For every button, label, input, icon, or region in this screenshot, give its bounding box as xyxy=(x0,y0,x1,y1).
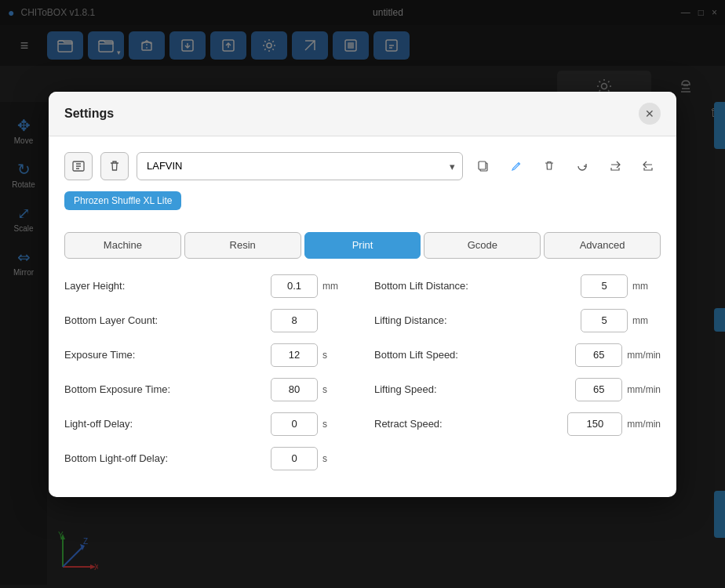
print-settings-grid: Layer Height: mm Bottom Layer Count: xyxy=(64,274,661,481)
bottom-lift-distance-input[interactable] xyxy=(581,274,628,298)
profile-copy-button[interactable] xyxy=(471,154,496,179)
layer-height-input[interactable] xyxy=(271,274,318,298)
setting-row-bottom-light-off-delay: Bottom Light-off Delay: s xyxy=(64,447,351,470)
light-off-delay-input[interactable] xyxy=(271,412,318,436)
bottom-layer-count-input-group xyxy=(271,309,351,332)
setting-row-bottom-layer-count: Bottom Layer Count: xyxy=(64,309,351,332)
modal-title: Settings xyxy=(64,107,114,121)
bottom-exposure-time-input[interactable] xyxy=(271,378,318,401)
tab-print[interactable]: Print xyxy=(304,232,421,259)
exposure-time-input[interactable] xyxy=(271,343,318,367)
bottom-lift-speed-unit: mm/min xyxy=(627,350,661,361)
setting-row-bottom-lift-speed: Bottom Lift Speed: mm/min xyxy=(374,343,661,367)
setting-row-bottom-lift-distance: Bottom Lift Distance: mm xyxy=(374,274,661,298)
bottom-light-off-delay-input-group: s xyxy=(271,447,351,470)
modal-overlay: Settings ✕ LAFVIN Default Custom xyxy=(0,0,725,588)
profile-tag: Phrozen Shuffle XL Lite xyxy=(64,191,181,210)
setting-row-retract-speed: Retract Speed: mm/min xyxy=(374,412,661,436)
tab-machine[interactable]: Machine xyxy=(64,232,181,259)
settings-modal: Settings ✕ LAFVIN Default Custom xyxy=(49,92,676,497)
layer-height-unit: mm xyxy=(322,281,351,292)
bottom-light-off-delay-input[interactable] xyxy=(271,447,318,470)
lifting-speed-input-group: mm/min xyxy=(575,378,661,401)
retract-speed-label: Retract Speed: xyxy=(374,418,443,430)
profile-import-button[interactable] xyxy=(603,154,628,179)
bottom-lift-distance-unit: mm xyxy=(632,281,661,292)
exposure-time-input-group: s xyxy=(271,343,351,367)
bottom-exposure-time-unit: s xyxy=(322,384,351,395)
bottom-exposure-time-label: Bottom Exposure Time: xyxy=(64,383,170,395)
profile-select[interactable]: LAFVIN Default Custom xyxy=(137,152,463,180)
lifting-distance-label: Lifting Distance: xyxy=(374,314,447,326)
lifting-speed-unit: mm/min xyxy=(627,384,661,395)
bottom-layer-count-input[interactable] xyxy=(271,309,318,332)
light-off-delay-unit: s xyxy=(322,419,351,430)
modal-header: Settings ✕ xyxy=(49,92,676,136)
bottom-light-off-delay-unit: s xyxy=(322,453,351,464)
tab-gcode[interactable]: Gcode xyxy=(424,232,541,259)
layer-height-label: Layer Height: xyxy=(64,280,125,292)
svg-rect-21 xyxy=(479,162,486,169)
profile-row: LAFVIN Default Custom ▾ xyxy=(64,152,661,180)
profile-tag-wrapper: Phrozen Shuffle XL Lite xyxy=(64,191,661,221)
profile-delete-button[interactable] xyxy=(100,152,129,180)
profile-select-wrapper: LAFVIN Default Custom ▾ xyxy=(137,152,463,180)
light-off-delay-input-group: s xyxy=(271,412,351,436)
profile-refresh-button[interactable] xyxy=(570,154,595,179)
bottom-layer-count-label: Bottom Layer Count: xyxy=(64,314,158,326)
lifting-distance-unit: mm xyxy=(632,315,661,326)
setting-row-light-off-delay: Light-off Delay: s xyxy=(64,412,351,436)
profile-export-button[interactable] xyxy=(636,154,661,179)
bottom-lift-speed-label: Bottom Lift Speed: xyxy=(374,349,458,361)
profile-trash-button[interactable] xyxy=(537,154,562,179)
modal-close-button[interactable]: ✕ xyxy=(639,103,661,125)
retract-speed-input[interactable] xyxy=(567,412,622,436)
settings-tabs: Machine Resin Print Gcode Advanced xyxy=(64,232,661,259)
lifting-speed-input[interactable] xyxy=(575,378,622,401)
light-off-delay-label: Light-off Delay: xyxy=(64,418,133,430)
lifting-distance-input[interactable] xyxy=(581,309,628,332)
exposure-time-unit: s xyxy=(322,350,351,361)
lifting-distance-input-group: mm xyxy=(581,309,661,332)
profile-new-button[interactable] xyxy=(64,152,93,180)
tab-advanced[interactable]: Advanced xyxy=(544,232,661,259)
bottom-exposure-time-input-group: s xyxy=(271,378,351,401)
retract-speed-unit: mm/min xyxy=(627,419,661,430)
layer-height-input-group: mm xyxy=(271,274,351,298)
settings-left-column: Layer Height: mm Bottom Layer Count: xyxy=(64,274,351,481)
retract-speed-input-group: mm/min xyxy=(567,412,661,436)
setting-row-exposure-time: Exposure Time: s xyxy=(64,343,351,367)
bottom-lift-speed-input-group: mm/min xyxy=(575,343,661,367)
setting-row-layer-height: Layer Height: mm xyxy=(64,274,351,298)
modal-body: LAFVIN Default Custom ▾ xyxy=(49,136,676,497)
settings-right-column: Bottom Lift Distance: mm Lifting Distanc… xyxy=(374,274,661,481)
setting-row-lifting-speed: Lifting Speed: mm/min xyxy=(374,378,661,401)
exposure-time-label: Exposure Time: xyxy=(64,349,135,361)
bottom-lift-speed-input[interactable] xyxy=(575,343,622,367)
bottom-lift-distance-input-group: mm xyxy=(581,274,661,298)
close-icon: ✕ xyxy=(645,107,654,120)
setting-row-bottom-exposure-time: Bottom Exposure Time: s xyxy=(64,378,351,401)
bottom-lift-distance-label: Bottom Lift Distance: xyxy=(374,280,468,292)
lifting-speed-label: Lifting Speed: xyxy=(374,383,437,395)
profile-edit-button[interactable] xyxy=(504,154,529,179)
tab-resin[interactable]: Resin xyxy=(184,232,301,259)
bottom-light-off-delay-label: Bottom Light-off Delay: xyxy=(64,452,168,464)
setting-row-lifting-distance: Lifting Distance: mm xyxy=(374,309,661,332)
